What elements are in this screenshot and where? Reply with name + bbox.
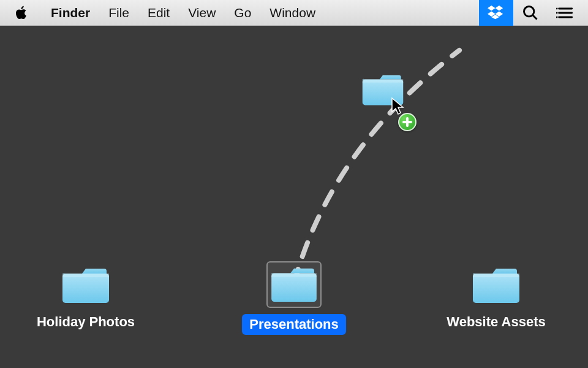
menu-edit[interactable]: Edit (138, 0, 179, 26)
menu-file[interactable]: File (99, 0, 138, 26)
svg-point-7 (556, 7, 558, 9)
folder-icon (61, 265, 110, 305)
svg-point-8 (556, 12, 558, 13)
folder-presentations[interactable]: Presentations (227, 261, 361, 335)
svg-point-2 (524, 6, 534, 16)
notification-center-icon[interactable] (548, 0, 582, 26)
folder-label: Website Assets (439, 312, 552, 332)
desktop[interactable]: Holiday Photos Presentations Website Ass… (0, 26, 588, 368)
drag-ghost-folder (361, 72, 404, 107)
dropbox-menubar-icon[interactable] (479, 0, 513, 26)
menu-app-name[interactable]: Finder (42, 0, 99, 26)
folder-label: Presentations (242, 314, 346, 335)
folder-icon (266, 261, 322, 308)
menu-window[interactable]: Window (260, 0, 325, 26)
svg-line-3 (533, 15, 537, 19)
menu-view[interactable]: View (179, 0, 225, 26)
svg-point-9 (556, 16, 558, 18)
spotlight-search-icon[interactable] (513, 0, 548, 26)
folder-label: Holiday Photos (29, 312, 142, 332)
folder-holiday-photos[interactable]: Holiday Photos (18, 265, 153, 332)
apple-icon[interactable] (12, 4, 31, 22)
menubar: Finder File Edit View Go Window (0, 0, 588, 26)
folder-website-assets[interactable]: Website Assets (429, 265, 564, 332)
plus-badge-icon (398, 113, 417, 131)
menu-go[interactable]: Go (225, 0, 260, 26)
folder-icon (472, 265, 521, 305)
